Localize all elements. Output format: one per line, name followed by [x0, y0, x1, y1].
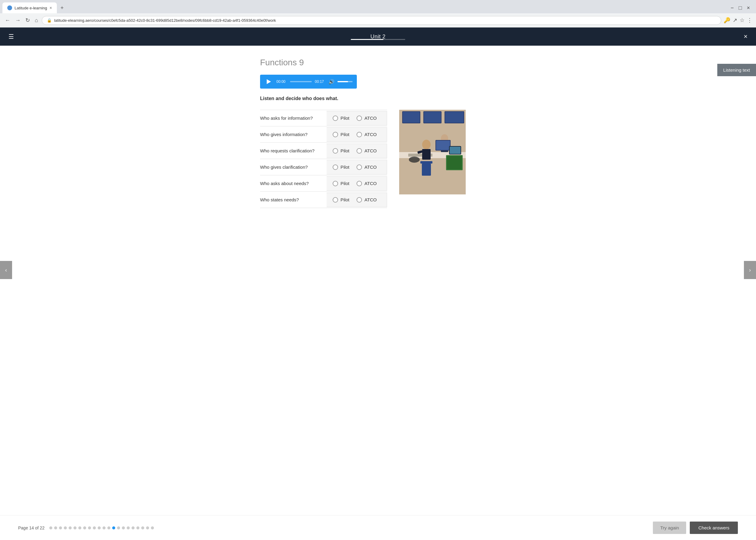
- prev-nav-button[interactable]: ‹: [0, 261, 12, 279]
- answer-options: PilotATCO: [327, 144, 387, 158]
- audio-time-current: 00:00: [276, 79, 287, 84]
- browser-menu-icon[interactable]: ⋮: [747, 17, 752, 24]
- radio-option-pilot[interactable]: Pilot: [333, 181, 349, 186]
- home-button[interactable]: ⌂: [34, 16, 39, 25]
- volume-bar[interactable]: [338, 81, 353, 82]
- hamburger-button[interactable]: ☰: [6, 31, 16, 43]
- next-nav-button[interactable]: ›: [744, 261, 756, 279]
- radio-circle: [357, 181, 362, 186]
- dot[interactable]: [74, 526, 76, 529]
- close-button[interactable]: ×: [741, 30, 750, 43]
- share-icon[interactable]: ↗: [733, 17, 737, 24]
- svg-rect-21: [450, 147, 461, 154]
- try-again-button[interactable]: Try again: [653, 522, 686, 534]
- main-content: Functions 9 00:00 00:17 🔊 Listen and dec…: [242, 46, 514, 244]
- active-dot[interactable]: [112, 526, 115, 529]
- question-text: Who requests clarification?: [260, 143, 327, 159]
- svg-point-17: [409, 157, 420, 163]
- table-row: Who gives clarification?PilotATCO: [260, 159, 387, 175]
- maximize-icon[interactable]: □: [738, 5, 743, 11]
- svg-rect-16: [436, 141, 450, 150]
- browser-tab-bar: Latitude e-learning × + − □ ×: [0, 0, 756, 13]
- dot[interactable]: [151, 526, 154, 529]
- dot[interactable]: [49, 526, 52, 529]
- lock-icon: 🔒: [47, 18, 52, 23]
- page-dots: [49, 526, 154, 529]
- radio-circle: [333, 165, 338, 170]
- volume-icon[interactable]: 🔊: [328, 79, 335, 85]
- browser-tab-active[interactable]: Latitude e-learning ×: [2, 2, 57, 13]
- radio-option-atco[interactable]: ATCO: [357, 165, 377, 170]
- content-wrapper: Listening text Functions 9 00:00 00:17 🔊…: [0, 46, 756, 244]
- key-icon[interactable]: 🔑: [724, 17, 730, 24]
- audio-progress-track[interactable]: [290, 81, 312, 82]
- footer-buttons: Try again Check answers: [653, 522, 738, 534]
- svg-rect-7: [445, 112, 464, 123]
- play-button[interactable]: [264, 77, 273, 86]
- dot[interactable]: [93, 526, 96, 529]
- answer-options: PilotATCO: [327, 176, 387, 191]
- dot[interactable]: [64, 526, 67, 529]
- radio-circle: [333, 181, 338, 186]
- dot[interactable]: [107, 526, 110, 529]
- radio-option-atco[interactable]: ATCO: [357, 148, 377, 154]
- radio-option-pilot[interactable]: Pilot: [333, 148, 349, 154]
- radio-circle: [357, 197, 362, 202]
- radio-option-pilot[interactable]: Pilot: [333, 165, 349, 170]
- minimize-icon[interactable]: −: [729, 5, 735, 11]
- check-answers-button[interactable]: Check answers: [690, 522, 738, 534]
- window-close-icon[interactable]: ×: [745, 5, 751, 11]
- dot[interactable]: [59, 526, 62, 529]
- instruction-text: Listen and decide who does what.: [260, 96, 496, 101]
- radio-label: Pilot: [341, 165, 349, 170]
- listening-text-button[interactable]: Listening text: [717, 64, 756, 76]
- dot[interactable]: [117, 526, 120, 529]
- browser-chrome: Latitude e-learning × + − □ × ← → ↻ ⌂ 🔒 …: [0, 0, 756, 28]
- radio-option-atco[interactable]: ATCO: [357, 197, 377, 202]
- dot[interactable]: [88, 526, 91, 529]
- dot[interactable]: [98, 526, 101, 529]
- address-bar[interactable]: 🔒 latitude-elearning.aero/courses/c0efc5…: [42, 16, 721, 25]
- dot[interactable]: [69, 526, 72, 529]
- radio-label: Pilot: [341, 115, 349, 121]
- quiz-area: Who asks for information?PilotATCOWho gi…: [260, 110, 496, 208]
- back-button[interactable]: ←: [4, 16, 12, 25]
- dot[interactable]: [83, 526, 86, 529]
- dot[interactable]: [136, 526, 139, 529]
- dot[interactable]: [127, 526, 130, 529]
- new-tab-button[interactable]: +: [58, 4, 66, 12]
- radio-circle: [357, 165, 362, 170]
- radio-option-atco[interactable]: ATCO: [357, 132, 377, 137]
- radio-option-atco[interactable]: ATCO: [357, 181, 377, 186]
- svg-rect-6: [424, 112, 441, 123]
- app: ☰ Unit 2 × Listening text Functions 9 00…: [0, 28, 756, 537]
- dot[interactable]: [78, 526, 81, 529]
- dot[interactable]: [141, 526, 144, 529]
- table-row: Who asks for information?PilotATCO: [260, 110, 387, 126]
- dot[interactable]: [122, 526, 125, 529]
- dot[interactable]: [132, 526, 135, 529]
- dot[interactable]: [54, 526, 57, 529]
- radio-circle: [333, 115, 338, 121]
- radio-circle: [357, 148, 362, 154]
- bookmark-icon[interactable]: ☆: [740, 17, 744, 24]
- radio-option-pilot[interactable]: Pilot: [333, 132, 349, 137]
- url-text: latitude-elearning.aero/courses/c0efc5da…: [54, 18, 716, 23]
- app-header: ☰ Unit 2 ×: [0, 28, 756, 46]
- radio-circle: [333, 148, 338, 154]
- dot[interactable]: [102, 526, 105, 529]
- refresh-button[interactable]: ↻: [24, 16, 31, 25]
- table-row: Who gives information?PilotATCO: [260, 126, 387, 143]
- radio-option-pilot[interactable]: Pilot: [333, 115, 349, 121]
- forward-button[interactable]: →: [14, 16, 22, 25]
- dot[interactable]: [146, 526, 149, 529]
- tab-close-icon[interactable]: ×: [50, 5, 52, 10]
- radio-label: Pilot: [341, 181, 349, 186]
- radio-option-atco[interactable]: ATCO: [357, 115, 377, 121]
- answer-options: PilotATCO: [327, 127, 387, 142]
- svg-rect-13: [422, 149, 431, 160]
- radio-label: ATCO: [365, 197, 377, 202]
- answer-options: PilotATCO: [327, 111, 387, 125]
- radio-option-pilot[interactable]: Pilot: [333, 197, 349, 202]
- svg-rect-19: [447, 156, 462, 169]
